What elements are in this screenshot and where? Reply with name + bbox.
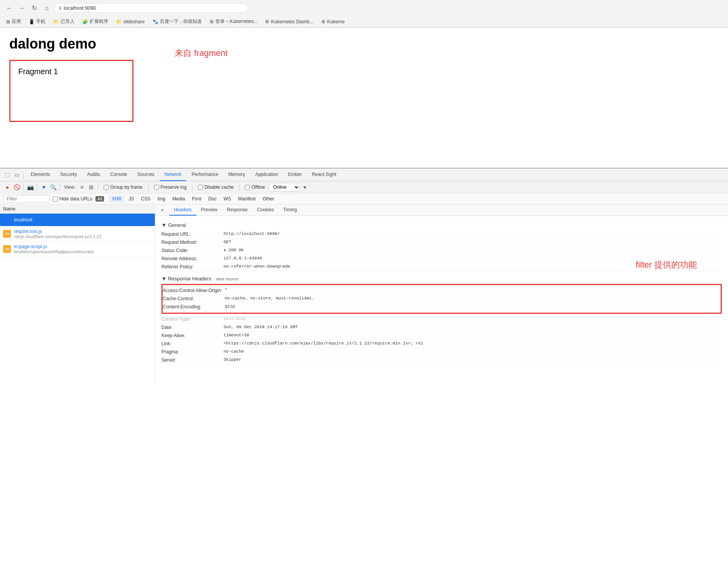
item-name-localhost: localhost xyxy=(14,217,152,223)
bookmark-label: 百度一下，你就知道 xyxy=(160,18,202,25)
filter-type-manifest[interactable]: Manifest xyxy=(235,195,258,202)
reload-button[interactable]: ↻ xyxy=(29,3,39,13)
general-section-header[interactable]: ▼ General xyxy=(161,222,722,228)
record-button[interactable]: ● xyxy=(3,183,12,191)
item-url-in-page-script: bmdblncegkenkacieihfhpjfppoconhi/scripts xyxy=(14,249,152,254)
tab-separator-1 xyxy=(23,171,24,179)
html-icon xyxy=(3,216,11,224)
offline-input[interactable] xyxy=(245,185,250,190)
fragment-annotation: 来自 fragment xyxy=(175,47,228,59)
forward-button[interactable]: → xyxy=(17,3,26,13)
preserve-log-checkbox[interactable]: Preserve log xyxy=(154,184,187,190)
preserve-log-input[interactable] xyxy=(154,185,159,190)
item-url-require: cdnjs.cloudflare.com/ajax/libs/require.j… xyxy=(14,234,152,239)
tab-security[interactable]: Security xyxy=(55,169,81,181)
details-tab-preview[interactable]: Preview xyxy=(196,205,222,216)
puzzle-icon: 🧩 xyxy=(82,19,88,24)
info-icon: ℹ xyxy=(59,5,61,11)
js-icon-1: JS xyxy=(3,230,11,238)
details-tab-timing[interactable]: Timing xyxy=(279,205,302,216)
back-button[interactable]: ← xyxy=(5,3,14,13)
view-list-icon[interactable]: ≡ xyxy=(78,183,86,191)
details-tab-cookies[interactable]: Cookies xyxy=(252,205,278,216)
disable-cache-checkbox[interactable]: Disable cache xyxy=(198,184,234,190)
home-button[interactable]: ⌂ xyxy=(42,3,51,13)
detail-row-keep-alive: Keep-Alive: timeout=38 xyxy=(161,332,722,340)
devtools-tab-bar: ⬚ ▭ Elements Security Audits Console Sou… xyxy=(0,169,728,181)
tab-audits[interactable]: Audits xyxy=(82,169,104,181)
detail-row-request-url: Request URL: http://localhost:9090/ xyxy=(161,230,722,238)
filter-type-js[interactable]: JS xyxy=(125,195,137,202)
devtools: ⬚ ▭ Elements Security Audits Console Sou… xyxy=(0,168,728,383)
tab-network[interactable]: Network xyxy=(160,169,186,181)
view-source-link[interactable]: view source xyxy=(216,277,238,281)
details-tab-response[interactable]: Response xyxy=(222,205,252,216)
bookmark-kuberne[interactable]: ⚙ Kuberne xyxy=(320,18,346,25)
detail-row-date: Date: Sun, 09 Dec 2018 14:17:16 GMT xyxy=(161,324,722,332)
gear-icon: ⚙ xyxy=(210,19,214,24)
clear-button[interactable]: 🚫 xyxy=(12,183,21,191)
network-item-localhost[interactable]: localhost xyxy=(0,214,155,226)
all-filter-badge[interactable]: All xyxy=(95,196,104,202)
bookmark-slideshare[interactable]: 📁 slideshare xyxy=(114,18,146,25)
detail-key-request-url: Request URL: xyxy=(161,231,224,237)
tab-console[interactable]: Console xyxy=(106,169,132,181)
filter-type-ws[interactable]: WS xyxy=(220,195,234,202)
network-item-require[interactable]: JS require.min.js cdnjs.cloudflare.com/a… xyxy=(0,226,155,242)
network-item-in-page-script[interactable]: JS in-page-script.js bmdblncegkenkacieih… xyxy=(0,242,155,257)
disable-cache-input[interactable] xyxy=(198,185,203,190)
filter-type-other[interactable]: Other xyxy=(260,195,277,202)
devtools-cursor-icon[interactable]: ⬚ xyxy=(3,170,12,179)
group-by-frame-input[interactable] xyxy=(104,185,109,190)
group-by-frame-checkbox[interactable]: Group by frame xyxy=(104,184,142,190)
filter-type-xhr[interactable]: XHR xyxy=(109,195,125,202)
detail-key-date: Date: xyxy=(161,325,224,330)
response-headers-section-header[interactable]: ▼ Response Headers view source xyxy=(161,276,722,282)
bookmark-k8s-login[interactable]: ⚙ 登录 – Kubernetes... xyxy=(208,17,259,26)
filter-input[interactable] xyxy=(3,195,50,203)
filter-icon[interactable]: ▼ xyxy=(40,183,48,191)
bookmark-label: 扩展程序 xyxy=(90,18,108,25)
bookmark-mobile[interactable]: 📱 手机 xyxy=(27,17,47,26)
detail-val-link: <https://cdnjs.cloudflare.com/ajax/libs/… xyxy=(224,341,423,346)
throttle-select[interactable]: Online Fast 3G Slow 3G Offline xyxy=(269,183,300,191)
offline-label: Offline xyxy=(251,184,265,190)
bookmark-extensions[interactable]: 🧩 扩展程序 xyxy=(81,17,110,26)
detail-row-link: Link: <https://cdnjs.cloudflare.com/ajax… xyxy=(161,340,722,348)
bookmark-label: slideshare xyxy=(123,19,145,24)
bookmark-k8s-dash[interactable]: ⚙ Kubernetes Dashb... xyxy=(263,18,315,25)
tab-application[interactable]: Application xyxy=(251,169,283,181)
bookmark-label: 应用 xyxy=(12,18,21,25)
tab-memory[interactable]: Memory xyxy=(224,169,250,181)
search-icon[interactable]: 🔍 xyxy=(49,183,57,191)
tab-react-sight[interactable]: React-Sight xyxy=(307,169,341,181)
bookmark-baidu[interactable]: 🐾 百度一下，你就知道 xyxy=(151,17,203,26)
detail-row-cache-control: Cache-Control: no-cache, no-store, must-… xyxy=(163,295,721,303)
filter-type-css[interactable]: CSS xyxy=(138,195,154,202)
detail-row-status-code: Status Code: ● 200 OK xyxy=(161,247,722,255)
tab-performance[interactable]: Performance xyxy=(187,169,223,181)
tab-ember[interactable]: Ember xyxy=(284,169,307,181)
hide-data-urls-checkbox[interactable]: Hide data URLs xyxy=(53,196,92,202)
tab-elements[interactable]: Elements xyxy=(26,169,55,181)
detail-val-request-method: GET xyxy=(224,240,231,245)
filter-type-doc[interactable]: Doc xyxy=(205,195,220,202)
devtools-device-icon[interactable]: ▭ xyxy=(12,170,21,179)
close-details-button[interactable]: × xyxy=(158,205,166,215)
apps-icon: ⊞ xyxy=(6,19,10,24)
offline-checkbox[interactable]: Offline xyxy=(245,184,265,190)
general-section-label: General xyxy=(168,222,186,228)
bookmark-apps[interactable]: ⊞ 应用 xyxy=(5,17,23,26)
tab-sources[interactable]: Sources xyxy=(133,169,159,181)
view-detail-icon[interactable]: ⊞ xyxy=(87,183,95,191)
filter-type-img[interactable]: Img xyxy=(154,195,168,202)
more-options-icon[interactable]: ▾ xyxy=(301,183,309,191)
hide-data-urls-input[interactable] xyxy=(53,197,58,202)
bookmark-imported[interactable]: 📁 已导入 xyxy=(52,17,76,26)
details-tab-headers[interactable]: Headers xyxy=(169,205,196,216)
filter-type-media[interactable]: Media xyxy=(169,195,188,202)
details-tabs: × Headers Preview Response Cookies Timin… xyxy=(155,205,728,216)
filter-type-font[interactable]: Font xyxy=(189,195,205,202)
camera-button[interactable]: 📷 xyxy=(26,183,35,191)
address-bar[interactable]: ℹ localhost:9090 xyxy=(54,3,248,13)
